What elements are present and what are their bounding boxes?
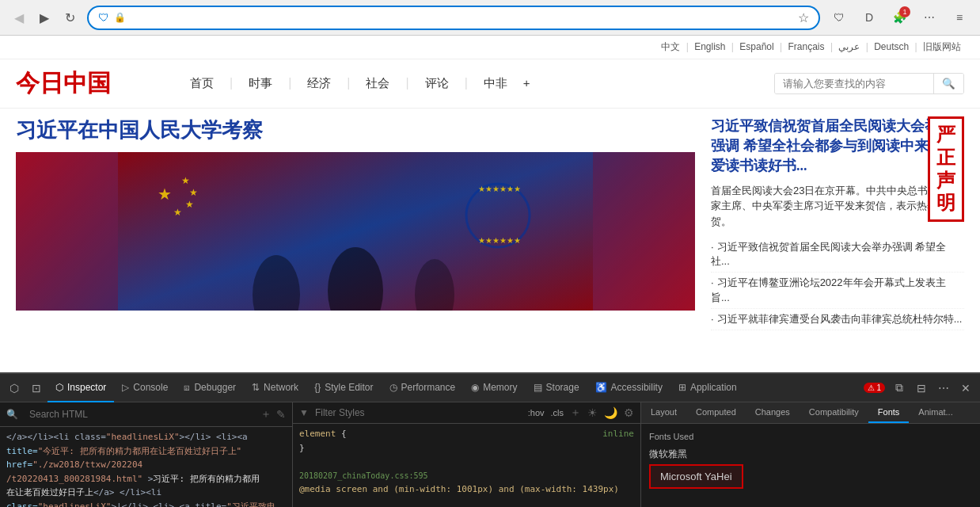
news-item: 习近平在博鳌亚洲论坛2022年年会开幕式上发表主旨...: [711, 273, 964, 308]
font-name-1: 微软雅黑: [649, 448, 972, 461]
tab-inspector[interactable]: ⬡ Inspector: [47, 374, 114, 402]
browser-toolbar: ◀ ▶ ↻ 🛡 🔒 www.chinatoday.com.cn ☆ 🛡 D 🧩 …: [0, 0, 980, 35]
tab-accessibility[interactable]: ♿ Accessibility: [587, 374, 670, 402]
devtools-responsive[interactable]: ⊡: [25, 377, 47, 399]
fonts-used-label: Fonts Used: [649, 432, 972, 441]
css-cls-button[interactable]: .cls: [551, 408, 564, 417]
lang-es[interactable]: Español: [739, 41, 773, 52]
lang-ar[interactable]: عربي: [838, 41, 860, 52]
inspector-icon: ⬡: [55, 382, 63, 393]
tab-compatibility[interactable]: Compatibility: [800, 402, 868, 423]
filter-icon: ▼: [299, 407, 309, 418]
lang-bar: 中文 | English | Español | Français | عربي…: [0, 36, 980, 59]
performance-icon: ◷: [389, 382, 397, 393]
devtools-panel: ⬡ ⊡ ⬡ Inspector ▷ Console ⧆ Debugger ⇅ N…: [0, 372, 980, 507]
css-settings[interactable]: ⚙: [624, 406, 634, 419]
css-light-theme[interactable]: ☀: [587, 406, 598, 419]
lang-en[interactable]: English: [694, 41, 725, 52]
devtools-panels: 🔍 ＋ ✎ </a></li><li class="headlinesLiX">…: [0, 402, 980, 507]
nav-economy[interactable]: 经济: [307, 76, 331, 91]
nav-comments[interactable]: 评论: [425, 76, 449, 91]
html-panel: 🔍 ＋ ✎ </a></li><li class="headlinesLiX">…: [0, 402, 293, 507]
css-toolbar: ▼ :hov .cls ＋ ☀ 🌙 ⚙: [293, 402, 640, 424]
tab-debugger[interactable]: ⧆ Debugger: [176, 374, 244, 402]
nav-more[interactable]: +: [523, 76, 530, 91]
font-highlight-box: Microsoft YaHei: [649, 464, 743, 489]
lang-fr[interactable]: Français: [788, 41, 825, 52]
tab-layout[interactable]: Layout: [641, 402, 686, 423]
devtools-dock[interactable]: ⊟: [910, 377, 933, 399]
extensions-button[interactable]: 🧩 1: [887, 5, 912, 30]
right-subtitle: 首届全民阅读大会23日在京开幕。中共中央总书记、国家主席、中央军委主席习近平发来…: [711, 183, 964, 230]
style-editor-icon: {}: [314, 382, 321, 393]
bookmark-icon[interactable]: ☆: [798, 10, 809, 25]
tab-storage[interactable]: ▤ Storage: [526, 374, 587, 402]
panel-search: 🔍 ＋ ✎: [0, 402, 292, 427]
profile-button[interactable]: D: [857, 5, 882, 30]
html-add-node-button[interactable]: ＋: [260, 407, 272, 421]
forward-button[interactable]: ▶: [33, 6, 55, 29]
lang-old[interactable]: 旧版网站: [923, 41, 961, 52]
hero-svg: ★ ★ ★ ★ ★ ★★★★★★ ★★★★★★: [16, 152, 695, 311]
html-search-input[interactable]: [23, 406, 256, 423]
svg-text:★: ★: [181, 175, 190, 186]
search-input[interactable]: [775, 74, 933, 93]
tab-performance[interactable]: ◷ Performance: [382, 374, 464, 402]
tab-fonts[interactable]: Fonts: [868, 402, 910, 423]
extensions-badge: 1: [899, 6, 910, 17]
nav-home[interactable]: 首页: [190, 76, 214, 91]
nav-china-africa[interactable]: 中非: [484, 76, 507, 91]
lang-zh[interactable]: 中文: [661, 41, 680, 52]
devtools-pick-element[interactable]: ⬡: [3, 377, 25, 399]
browser-chrome: ◀ ▶ ↻ 🛡 🔒 www.chinatoday.com.cn ☆ 🛡 D 🧩 …: [0, 0, 980, 36]
back-button[interactable]: ◀: [8, 6, 30, 29]
hero-image: ★ ★ ★ ★ ★ ★★★★★★ ★★★★★★: [16, 152, 695, 311]
tab-computed[interactable]: Computed: [686, 402, 746, 423]
content-right: 习近平致信祝贺首届全民阅读大会举办强调 希望全社会都参与到阅读中来 形成爱读书读…: [711, 116, 964, 330]
tab-console[interactable]: ▷ Console: [114, 374, 176, 402]
address-bar[interactable]: 🛡 🔒 www.chinatoday.com.cn ☆: [87, 6, 820, 30]
html-content: </a></li><li class="headlinesLiX"></li> …: [0, 427, 292, 507]
svg-text:★: ★: [173, 207, 182, 218]
storage-icon: ▤: [534, 382, 542, 393]
browser-actions: 🛡 D 🧩 1 ⋯ ≡: [826, 5, 972, 30]
more-button[interactable]: ⋯: [917, 5, 942, 30]
tab-animation[interactable]: Animat...: [909, 402, 962, 423]
site-search: 🔍: [774, 73, 964, 94]
website-content: 中文 | English | Español | Français | عربي…: [0, 36, 980, 398]
tab-style-editor[interactable]: {} Style Editor: [306, 374, 381, 402]
html-screenshot-button[interactable]: ✎: [276, 408, 286, 421]
nav-society[interactable]: 社会: [366, 76, 389, 91]
url-input[interactable]: www.chinatoday.com.cn: [131, 11, 793, 24]
search-button[interactable]: 🔍: [933, 74, 963, 93]
css-new-rule-button[interactable]: ＋: [570, 406, 581, 420]
shield-action-button[interactable]: 🛡: [826, 5, 852, 30]
devtools-overflow[interactable]: ⋯: [933, 377, 955, 399]
tab-changes[interactable]: Changes: [746, 402, 800, 423]
css-filter-input[interactable]: [315, 407, 522, 418]
tab-application[interactable]: ⊞ Application: [670, 374, 745, 402]
refresh-button[interactable]: ↻: [59, 6, 81, 29]
css-content: element { inline } 20180207_chinaToday.c…: [293, 424, 640, 507]
debugger-icon: ⧆: [184, 382, 190, 393]
main-content: 习近平在中国人民大学考察 ★ ★ ★: [0, 109, 980, 338]
css-dark-theme[interactable]: 🌙: [604, 406, 617, 419]
css-pseudo-button[interactable]: :hov: [528, 408, 545, 417]
site-nav: 首页 | 时事 | 经济 | 社会 | 评论 | 中非 +: [190, 76, 758, 91]
svg-text:★: ★: [185, 199, 194, 210]
content-left: 习近平在中国人民大学考察 ★ ★ ★: [16, 116, 695, 330]
lang-de[interactable]: Deutsch: [874, 41, 909, 52]
devtools-close[interactable]: ✕: [955, 377, 977, 399]
hamburger-button[interactable]: ≡: [947, 5, 972, 30]
error-badge: ⚠ 1: [864, 383, 885, 393]
memory-icon: ◉: [471, 382, 479, 393]
page-headline: 习近平在中国人民大学考察: [16, 116, 695, 144]
right-headline: 习近平致信祝贺首届全民阅读大会举办强调 希望全社会都参与到阅读中来 形成爱读书读…: [711, 116, 964, 177]
tab-memory[interactable]: ◉ Memory: [463, 374, 525, 402]
nav-news[interactable]: 时事: [249, 76, 272, 91]
tab-network[interactable]: ⇅ Network: [244, 374, 306, 402]
fonts-panel-content: Fonts Used 微软雅黑 Microsoft YaHei Size 12 …: [641, 424, 980, 507]
console-icon: ▷: [122, 382, 129, 393]
svg-text:★: ★: [158, 185, 172, 203]
devtools-split[interactable]: ⧉: [888, 377, 910, 399]
